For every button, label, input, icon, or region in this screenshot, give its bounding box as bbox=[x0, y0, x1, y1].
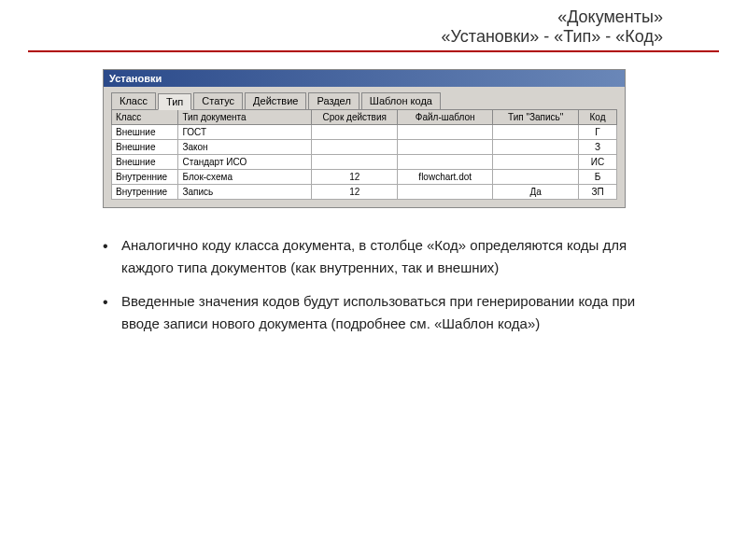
cell-kod[interactable]: З bbox=[579, 140, 617, 155]
cell-klass[interactable]: Внутренние bbox=[112, 170, 178, 185]
table-header-row: Класс Тип документа Срок действия Файл-ш… bbox=[112, 110, 617, 125]
cell-doctype[interactable]: Закон bbox=[178, 140, 312, 155]
cell-file[interactable]: flowchart.dot bbox=[398, 170, 493, 185]
col-header-doctype[interactable]: Тип документа bbox=[178, 110, 312, 125]
cell-srok[interactable] bbox=[312, 125, 398, 140]
slide-header: «Документы» «Установки» - «Тип» - «Код» bbox=[28, 7, 719, 47]
tab-type[interactable]: Тип bbox=[158, 93, 191, 110]
cell-srok[interactable] bbox=[312, 155, 398, 170]
cell-doctype[interactable]: Стандарт ИСО bbox=[178, 155, 312, 170]
bullet-item: Введенные значения кодов будут использов… bbox=[103, 290, 663, 335]
cell-file[interactable] bbox=[398, 185, 493, 200]
bullet-item: Аналогично коду класса документа, в стол… bbox=[103, 234, 663, 279]
table-row[interactable]: ВнутренниеБлок-схема12flowchart.dotБ bbox=[112, 170, 617, 185]
tab-class[interactable]: Класс bbox=[111, 92, 156, 109]
cell-file[interactable] bbox=[398, 125, 493, 140]
col-header-class[interactable]: Класс bbox=[112, 110, 178, 125]
table-container: Класс Тип документа Срок действия Файл-ш… bbox=[104, 109, 625, 207]
cell-klass[interactable]: Внутренние bbox=[112, 185, 178, 200]
cell-zapis[interactable] bbox=[493, 155, 579, 170]
table-row[interactable]: ВнешниеГОСТГ bbox=[112, 125, 617, 140]
page-title: «Документы» bbox=[28, 7, 663, 27]
tab-strip: Класс Тип Статус Действие Раздел Шаблон … bbox=[104, 87, 625, 109]
cell-doctype[interactable]: Блок-схема bbox=[178, 170, 312, 185]
cell-kod[interactable]: ЗП bbox=[579, 185, 617, 200]
table-row[interactable]: ВнешниеЗаконЗ bbox=[112, 140, 617, 155]
col-header-code[interactable]: Код bbox=[579, 110, 617, 125]
cell-doctype[interactable]: Запись bbox=[178, 185, 312, 200]
col-header-record-type[interactable]: Тип "Запись" bbox=[493, 110, 579, 125]
cell-klass[interactable]: Внешние bbox=[112, 155, 178, 170]
col-header-file-template[interactable]: Файл-шаблон bbox=[398, 110, 493, 125]
window-titlebar: Установки bbox=[104, 70, 625, 87]
tab-action[interactable]: Действие bbox=[245, 92, 306, 109]
cell-srok[interactable]: 12 bbox=[312, 170, 398, 185]
cell-srok[interactable] bbox=[312, 140, 398, 155]
cell-srok[interactable]: 12 bbox=[312, 185, 398, 200]
divider bbox=[28, 50, 719, 52]
cell-klass[interactable]: Внешние bbox=[112, 140, 178, 155]
settings-window: Установки Класс Тип Статус Действие Разд… bbox=[103, 69, 626, 208]
cell-kod[interactable]: Г bbox=[579, 125, 617, 140]
cell-zapis[interactable]: Да bbox=[493, 185, 579, 200]
cell-doctype[interactable]: ГОСТ bbox=[178, 125, 312, 140]
cell-kod[interactable]: ИС bbox=[579, 155, 617, 170]
tab-code-template[interactable]: Шаблон кода bbox=[361, 92, 441, 109]
page-subtitle: «Установки» - «Тип» - «Код» bbox=[28, 27, 663, 47]
types-table: Класс Тип документа Срок действия Файл-ш… bbox=[111, 109, 617, 200]
cell-zapis[interactable] bbox=[493, 125, 579, 140]
tab-section[interactable]: Раздел bbox=[308, 92, 359, 109]
cell-zapis[interactable] bbox=[493, 170, 579, 185]
cell-file[interactable] bbox=[398, 140, 493, 155]
cell-klass[interactable]: Внешние bbox=[112, 125, 178, 140]
col-header-validity[interactable]: Срок действия bbox=[312, 110, 398, 125]
bullet-list: Аналогично коду класса документа, в стол… bbox=[103, 234, 663, 335]
tab-status[interactable]: Статус bbox=[193, 92, 243, 109]
table-row[interactable]: ВнешниеСтандарт ИСОИС bbox=[112, 155, 617, 170]
cell-zapis[interactable] bbox=[493, 140, 579, 155]
table-row[interactable]: ВнутренниеЗапись12ДаЗП bbox=[112, 185, 617, 200]
cell-file[interactable] bbox=[398, 155, 493, 170]
cell-kod[interactable]: Б bbox=[579, 170, 617, 185]
